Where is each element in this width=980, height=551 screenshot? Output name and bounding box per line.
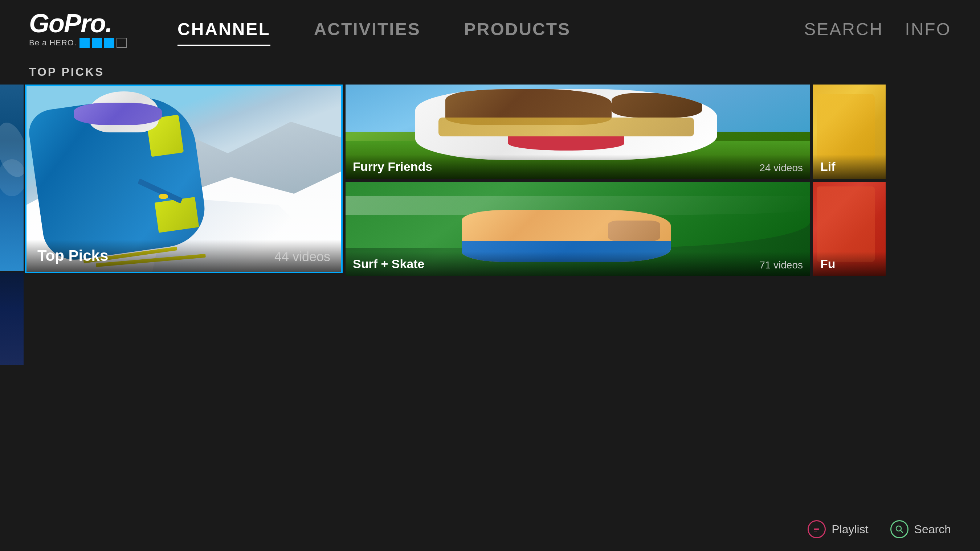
featured-video-title: Top Picks <box>37 247 108 264</box>
svg-rect-1 <box>814 529 819 530</box>
logo-text: GoPro. <box>29 10 127 36</box>
card-fu-partial[interactable]: Fu <box>813 182 886 276</box>
left-partial-bottom[interactable] <box>0 272 24 365</box>
card-life-label: Lif <box>813 154 886 179</box>
logo-sub-text: Be a HERO. <box>29 38 76 48</box>
card-surf-count: 71 videos <box>759 259 803 271</box>
logo-square-1 <box>80 38 90 48</box>
logo-square-4 <box>116 38 127 48</box>
playlist-label: Playlist <box>832 523 868 536</box>
left-partial-column <box>0 84 24 365</box>
card-fu-label: Fu <box>813 252 886 276</box>
content-area: Top Picks 44 videos <box>0 84 980 548</box>
search-action[interactable]: Search <box>890 520 951 538</box>
card-surf-skate[interactable]: Surf + Skate 71 videos <box>345 182 810 276</box>
card-surf-skate-label: Surf + Skate 71 videos <box>345 252 810 276</box>
header: GoPro. Be a HERO. CHANNEL ACTIVITIES PRO… <box>0 0 980 58</box>
right-grid-bottom: Surf + Skate 71 videos Fu <box>345 182 980 276</box>
logo-squares <box>80 38 127 48</box>
svg-rect-0 <box>814 528 819 529</box>
svg-rect-2 <box>814 531 817 531</box>
nav-channel[interactable]: CHANNEL <box>156 16 292 43</box>
card-life-partial[interactable]: Lif <box>813 84 886 179</box>
card-furry-friends[interactable]: Furry Friends 24 videos <box>345 84 810 179</box>
playlist-icon[interactable] <box>808 520 826 538</box>
card-fu-title: Fu <box>820 257 835 271</box>
nav-products[interactable]: PRODUCTS <box>442 16 592 43</box>
card-life-title: Lif <box>820 160 835 174</box>
right-grid: Furry Friends 24 videos Lif <box>345 84 980 276</box>
logo-square-2 <box>92 38 102 48</box>
nav-right: SEARCH INFO <box>804 19 951 39</box>
logo: GoPro. Be a HERO. <box>29 10 127 48</box>
card-furry-friends-label: Furry Friends 24 videos <box>345 154 810 179</box>
right-grid-top: Furry Friends 24 videos Lif <box>345 84 980 179</box>
logo-sub: Be a HERO. <box>29 38 127 48</box>
card-furry-title: Furry Friends <box>353 160 432 174</box>
logo-square-3 <box>104 38 115 48</box>
playlist-action[interactable]: Playlist <box>808 520 868 538</box>
search-icon[interactable] <box>890 520 908 538</box>
card-surf-title: Surf + Skate <box>353 257 424 271</box>
search-label: Search <box>914 523 951 536</box>
nav-activities[interactable]: ACTIVITIES <box>292 16 442 43</box>
featured-video-count: 44 videos <box>274 249 330 264</box>
nav-search[interactable]: SEARCH <box>804 19 883 39</box>
card-furry-count: 24 videos <box>759 162 803 174</box>
left-partial-top[interactable] <box>0 84 24 271</box>
featured-video-label: Top Picks 44 videos <box>27 240 341 272</box>
svg-line-4 <box>900 530 903 532</box>
featured-video[interactable]: Top Picks 44 videos <box>25 84 343 273</box>
main-nav: CHANNEL ACTIVITIES PRODUCTS SEARCH INFO <box>156 16 951 43</box>
section-label: TOP PICKS <box>0 58 980 84</box>
nav-info[interactable]: INFO <box>905 19 951 39</box>
bottom-bar: Playlist Search <box>0 508 980 551</box>
